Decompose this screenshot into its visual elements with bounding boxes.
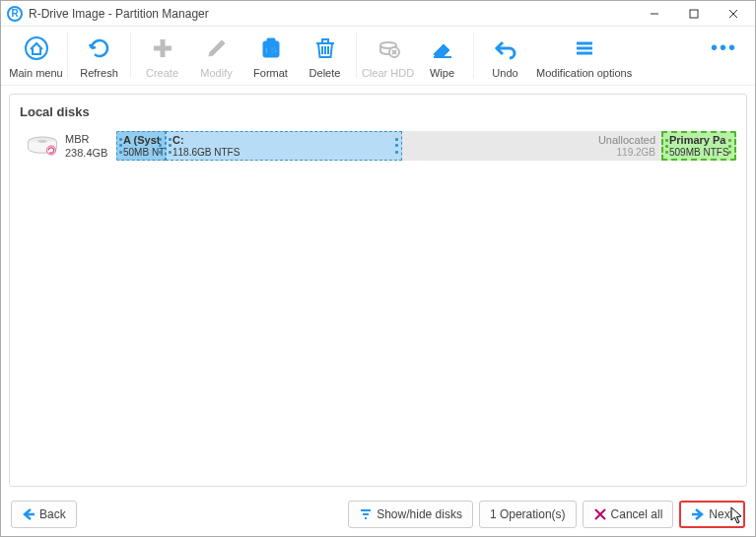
disk-size: 238.4GB xyxy=(65,146,116,160)
cursor-icon xyxy=(730,506,744,524)
undo-icon xyxy=(494,35,517,61)
maximize-button[interactable] xyxy=(674,2,714,26)
partition-bar: A (Syst 50MB NTF C: 118.6GB NTFS Unalloc… xyxy=(116,131,736,161)
refresh-label: Refresh xyxy=(80,67,118,79)
delete-button[interactable]: Delete xyxy=(298,27,352,84)
modify-label: Modify xyxy=(200,67,232,79)
disk-meta: MBR 238.4GB xyxy=(65,132,116,160)
partition-unallocated[interactable]: Unallocated 119.2GB xyxy=(402,131,661,161)
refresh-button[interactable]: Refresh xyxy=(72,27,126,84)
toolbar-separator xyxy=(356,33,357,78)
partition-name: Unallocated xyxy=(598,134,655,147)
clear-hdd-button: Clear HDD xyxy=(361,27,415,84)
format-icon: FS xyxy=(259,35,283,61)
options-icon xyxy=(573,35,596,61)
home-icon xyxy=(25,35,48,61)
partition-system[interactable]: A (Syst 50MB NTF xyxy=(116,131,166,161)
partition-c[interactable]: C: 118.6GB NTFS xyxy=(166,131,402,161)
toolbar-separator xyxy=(67,33,68,78)
section-title: Local disks xyxy=(20,104,736,119)
operations-label: 1 Operation(s) xyxy=(490,507,566,521)
show-hide-disks-button[interactable]: Show/hide disks xyxy=(348,501,473,528)
window-title: R-Drive Image - Partition Manager xyxy=(29,7,635,21)
modify-button: Modify xyxy=(189,27,243,84)
cancel-all-button[interactable]: Cancel all xyxy=(583,501,674,528)
more-button[interactable]: ••• xyxy=(711,27,747,59)
pencil-icon xyxy=(205,35,229,61)
svg-text:FS: FS xyxy=(265,45,277,55)
app-icon: R xyxy=(7,6,23,22)
filter-icon xyxy=(359,507,373,521)
plus-icon xyxy=(151,35,174,61)
wipe-button[interactable]: Wipe xyxy=(415,27,469,84)
svg-point-4 xyxy=(26,37,47,59)
clear-hdd-icon xyxy=(377,35,400,61)
wipe-label: Wipe xyxy=(430,67,454,79)
modification-options-button[interactable]: Modification options xyxy=(532,27,636,84)
undo-label: Undo xyxy=(492,67,517,79)
footer: Back Show/hide disks 1 Operation(s) Canc… xyxy=(1,495,755,536)
operations-button[interactable]: 1 Operation(s) xyxy=(479,501,577,528)
disk-type: MBR xyxy=(65,132,116,146)
back-label: Back xyxy=(39,507,66,521)
titlebar: R R-Drive Image - Partition Manager xyxy=(1,1,755,27)
format-button[interactable]: FS Format xyxy=(243,27,298,84)
create-label: Create xyxy=(146,67,178,79)
disk-icon xyxy=(20,131,65,161)
toolbar-separator xyxy=(130,33,131,78)
partition-name: C: xyxy=(172,134,395,147)
partition-name: Primary Pa xyxy=(669,134,728,147)
partition-size: 50MB NTF xyxy=(123,147,159,159)
delete-label: Delete xyxy=(309,67,341,79)
cancel-icon xyxy=(593,507,607,521)
content-panel: Local disks MBR 238.4GB A (Syst 50MB NTF… xyxy=(9,94,747,487)
next-label: Next xyxy=(709,507,733,521)
disk-row[interactable]: MBR 238.4GB A (Syst 50MB NTF C: 118.6GB … xyxy=(20,129,736,163)
toolbar: Main menu Refresh Create Modify FS Forma… xyxy=(1,27,755,86)
create-button: Create xyxy=(135,27,189,84)
svg-rect-1 xyxy=(690,10,698,18)
format-label: Format xyxy=(253,67,288,79)
undo-button[interactable]: Undo xyxy=(478,27,532,84)
partition-size: 119.2GB xyxy=(617,147,655,159)
partition-name: A (Syst xyxy=(123,134,159,147)
main-menu-label: Main menu xyxy=(9,67,62,79)
modification-options-label: Modification options xyxy=(536,67,632,79)
trash-icon xyxy=(313,35,337,61)
arrow-right-icon xyxy=(691,507,705,521)
svg-rect-7 xyxy=(267,38,275,42)
clear-hdd-label: Clear HDD xyxy=(362,67,414,79)
partition-size: 118.6GB NTFS xyxy=(172,147,395,159)
refresh-icon xyxy=(88,35,111,61)
arrow-left-icon xyxy=(22,507,35,521)
eraser-icon xyxy=(431,35,454,61)
svg-point-14 xyxy=(38,140,47,143)
toolbar-separator xyxy=(473,33,474,78)
back-button[interactable]: Back xyxy=(11,501,77,528)
minimize-button[interactable] xyxy=(635,2,674,26)
main-menu-button[interactable]: Main menu xyxy=(9,27,63,84)
close-button[interactable] xyxy=(714,2,753,26)
partition-primary[interactable]: Primary Pa 509MB NTFS xyxy=(661,131,736,161)
show-hide-label: Show/hide disks xyxy=(377,507,462,521)
cancel-all-label: Cancel all xyxy=(611,507,663,521)
partition-size: 509MB NTFS xyxy=(669,147,728,159)
